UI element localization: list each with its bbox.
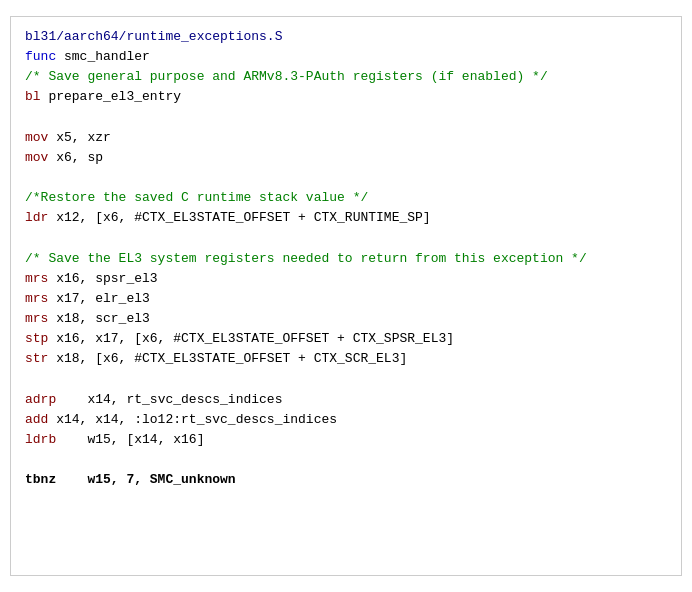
code-line: [25, 168, 667, 188]
code-line: /* Save the EL3 system registers needed …: [25, 249, 667, 269]
code-viewer: bl31/aarch64/runtime_exceptions.Sfunc sm…: [10, 16, 682, 576]
code-line: ldr x12, [x6, #CTX_EL3STATE_OFFSET + CTX…: [25, 208, 667, 228]
code-line: add x14, x14, :lo12:rt_svc_descs_indices: [25, 410, 667, 430]
code-line: mrs x16, spsr_el3: [25, 269, 667, 289]
code-line: mov x5, xzr: [25, 128, 667, 148]
code-line: ldrb w15, [x14, x16]: [25, 430, 667, 450]
code-line: tbnz w15, 7, SMC_unknown: [25, 470, 667, 490]
code-line: [25, 369, 667, 389]
code-line: [25, 450, 667, 470]
code-line: str x18, [x6, #CTX_EL3STATE_OFFSET + CTX…: [25, 349, 667, 369]
code-line: /*Restore the saved C runtime stack valu…: [25, 188, 667, 208]
code-line: [25, 228, 667, 248]
code-line: bl31/aarch64/runtime_exceptions.S: [25, 27, 667, 47]
code-line: [25, 108, 667, 128]
code-line: stp x16, x17, [x6, #CTX_EL3STATE_OFFSET …: [25, 329, 667, 349]
code-line: bl prepare_el3_entry: [25, 87, 667, 107]
code-line: mrs x18, scr_el3: [25, 309, 667, 329]
code-line: /* Save general purpose and ARMv8.3-PAut…: [25, 67, 667, 87]
code-line: func smc_handler: [25, 47, 667, 67]
code-line: mrs x17, elr_el3: [25, 289, 667, 309]
code-line: mov x6, sp: [25, 148, 667, 168]
code-line: adrp x14, rt_svc_descs_indices: [25, 390, 667, 410]
